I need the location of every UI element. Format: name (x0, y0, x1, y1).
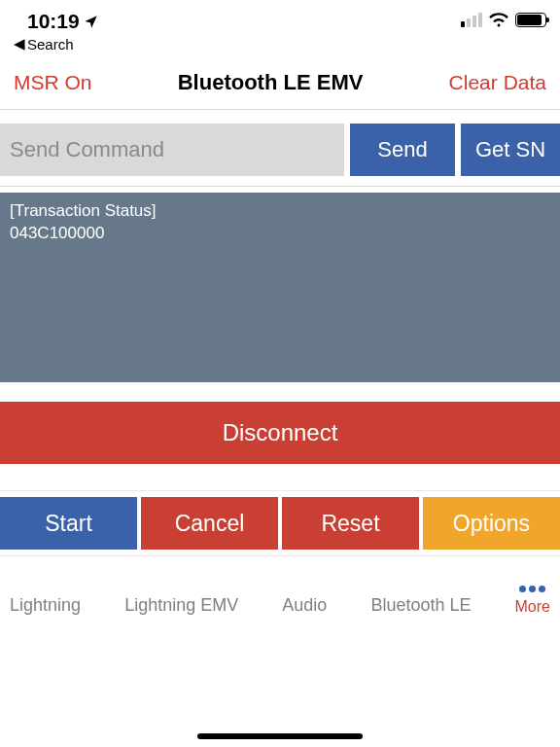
back-caret-icon: ◀ (14, 35, 25, 53)
tab-bluetooth-le[interactable]: Bluetooth LE (370, 595, 471, 616)
cancel-button[interactable]: Cancel (141, 497, 278, 550)
more-dots-icon (515, 586, 550, 592)
battery-icon (515, 13, 546, 27)
tab-more[interactable]: More (515, 586, 550, 616)
back-to-search[interactable]: ◀ Search (0, 35, 560, 53)
status-time-group: 10:19 (27, 10, 98, 33)
msr-toggle-button[interactable]: MSR On (14, 71, 92, 94)
tab-bar: Lightning Lightning EMV Audio Bluetooth … (0, 556, 560, 616)
location-icon (84, 15, 98, 29)
tab-more-label: More (515, 598, 550, 615)
transaction-console: [Transaction Status] 043C100000 (0, 193, 560, 382)
disconnect-button[interactable]: Disconnect (0, 402, 560, 464)
tab-lightning[interactable]: Lightning (10, 595, 81, 616)
cellular-icon (461, 13, 482, 27)
reset-button[interactable]: Reset (282, 497, 419, 550)
home-indicator[interactable] (197, 733, 363, 739)
action-row: Start Cancel Reset Options (0, 493, 560, 556)
command-input[interactable] (0, 124, 344, 176)
command-row: Send Get SN (0, 110, 560, 187)
tab-lightning-emv[interactable]: Lightning EMV (124, 595, 238, 616)
options-button[interactable]: Options (423, 497, 560, 550)
status-bar: 10:19 (0, 0, 560, 39)
wifi-icon (488, 12, 509, 27)
tab-audio[interactable]: Audio (282, 595, 327, 616)
page-title: Bluetooth LE EMV (178, 70, 364, 95)
start-button[interactable]: Start (0, 497, 137, 550)
nav-bar: MSR On Bluetooth LE EMV Clear Data (0, 53, 560, 110)
send-button[interactable]: Send (350, 124, 455, 176)
clear-data-button[interactable]: Clear Data (449, 71, 546, 94)
get-sn-button[interactable]: Get SN (461, 124, 560, 176)
status-icons (461, 10, 546, 27)
status-time: 10:19 (27, 10, 80, 33)
back-label: Search (27, 36, 74, 53)
